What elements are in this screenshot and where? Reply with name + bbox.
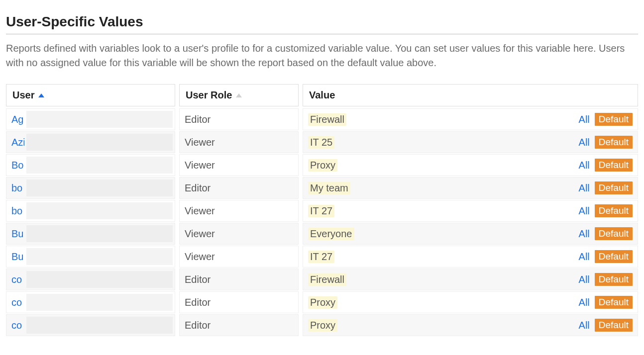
role-cell: Editor bbox=[179, 291, 299, 313]
user-cell: co bbox=[6, 314, 175, 336]
value-text: Firewall bbox=[308, 113, 346, 126]
value-text: Proxy bbox=[308, 296, 337, 309]
value-actions: AllDefault bbox=[579, 296, 633, 309]
sort-asc-icon bbox=[38, 93, 44, 97]
default-button[interactable]: Default bbox=[595, 250, 633, 263]
default-button[interactable]: Default bbox=[595, 227, 633, 240]
value-actions: AllDefault bbox=[579, 227, 633, 240]
role-text: Editor bbox=[185, 274, 211, 285]
value-actions: AllDefault bbox=[579, 204, 633, 217]
user-cell: bo bbox=[6, 200, 175, 222]
section-divider bbox=[6, 34, 638, 34]
user-cell: Ag bbox=[6, 108, 175, 130]
user-cell: co bbox=[6, 291, 175, 313]
value-cell: EveryoneAllDefault bbox=[303, 223, 638, 245]
user-link[interactable]: Azi bbox=[11, 137, 24, 148]
column-header-user[interactable]: User bbox=[6, 84, 175, 106]
value-cell: ProxyAllDefault bbox=[303, 314, 638, 336]
value-actions: AllDefault bbox=[579, 181, 633, 194]
user-link[interactable]: co bbox=[11, 274, 24, 285]
user-cell: Bu bbox=[6, 223, 175, 245]
user-link[interactable]: co bbox=[11, 297, 24, 308]
user-link[interactable]: Ag bbox=[11, 114, 24, 125]
column-header-value[interactable]: Value bbox=[303, 84, 638, 106]
user-link[interactable]: Bo bbox=[11, 160, 24, 171]
role-text: Viewer bbox=[185, 205, 215, 217]
table-row: coEditorProxyAllDefault bbox=[6, 291, 638, 313]
user-cell: co bbox=[6, 268, 175, 290]
value-actions: AllDefault bbox=[579, 113, 633, 126]
value-cell: IT 27AllDefault bbox=[303, 246, 638, 267]
all-link[interactable]: All bbox=[579, 274, 590, 285]
all-link[interactable]: All bbox=[579, 228, 590, 240]
all-link[interactable]: All bbox=[579, 137, 590, 148]
section-title: User-Specific Values bbox=[6, 14, 638, 30]
role-cell: Editor bbox=[179, 108, 299, 130]
value-actions: AllDefault bbox=[579, 319, 633, 332]
user-link[interactable]: co bbox=[11, 320, 24, 331]
role-text: Editor bbox=[185, 114, 211, 125]
all-link[interactable]: All bbox=[579, 251, 590, 263]
sort-inactive-icon bbox=[236, 93, 242, 97]
user-link[interactable]: bo bbox=[11, 182, 24, 194]
value-cell: IT 25AllDefault bbox=[303, 131, 638, 153]
default-button[interactable]: Default bbox=[595, 273, 633, 286]
value-text: Proxy bbox=[308, 319, 337, 332]
value-cell: ProxyAllDefault bbox=[303, 154, 638, 176]
default-button[interactable]: Default bbox=[595, 296, 633, 309]
value-text: Proxy bbox=[308, 159, 337, 172]
role-cell: Viewer bbox=[179, 223, 299, 245]
default-button[interactable]: Default bbox=[595, 319, 633, 332]
role-text: Viewer bbox=[185, 251, 215, 263]
column-header-user-role-label: User Role bbox=[186, 89, 232, 101]
value-text: IT 25 bbox=[308, 136, 334, 149]
value-text: My team bbox=[308, 182, 350, 194]
value-cell: FirewallAllDefault bbox=[303, 108, 638, 130]
all-link[interactable]: All bbox=[579, 320, 590, 331]
table-row: BuViewerEveryoneAllDefault bbox=[6, 223, 638, 245]
column-header-user-role[interactable]: User Role bbox=[179, 84, 299, 106]
value-text: IT 27 bbox=[308, 205, 334, 217]
all-link[interactable]: All bbox=[579, 205, 590, 217]
all-link[interactable]: All bbox=[579, 160, 590, 171]
role-cell: Editor bbox=[179, 314, 299, 336]
user-link[interactable]: Bu bbox=[11, 251, 24, 263]
table-row: coEditorProxyAllDefault bbox=[6, 314, 638, 336]
role-cell: Viewer bbox=[179, 246, 299, 267]
value-text: Firewall bbox=[308, 273, 346, 286]
default-button[interactable]: Default bbox=[595, 159, 633, 172]
value-text: Everyone bbox=[308, 228, 354, 240]
column-header-value-label: Value bbox=[309, 89, 335, 101]
table-row: boEditorMy teamAllDefault bbox=[6, 177, 638, 199]
default-button[interactable]: Default bbox=[595, 136, 633, 149]
default-button[interactable]: Default bbox=[595, 204, 633, 217]
value-actions: AllDefault bbox=[579, 273, 633, 286]
column-header-user-label: User bbox=[12, 89, 34, 101]
role-text: Viewer bbox=[185, 228, 215, 240]
table-row: boViewerIT 27AllDefault bbox=[6, 200, 638, 222]
value-cell: FirewallAllDefault bbox=[303, 268, 638, 290]
value-cell: ProxyAllDefault bbox=[303, 291, 638, 313]
user-link[interactable]: bo bbox=[11, 205, 24, 217]
table-row: BuViewerIT 27AllDefault bbox=[6, 246, 638, 267]
role-cell: Viewer bbox=[179, 131, 299, 153]
table-row: AgEditorFirewallAllDefault bbox=[6, 108, 638, 130]
user-cell: Bo bbox=[6, 154, 175, 176]
table-row: AziViewerIT 25AllDefault bbox=[6, 131, 638, 153]
all-link[interactable]: All bbox=[579, 297, 590, 308]
table-row: coEditorFirewallAllDefault bbox=[6, 268, 638, 290]
default-button[interactable]: Default bbox=[595, 181, 633, 194]
value-actions: AllDefault bbox=[579, 250, 633, 263]
user-cell: Bu bbox=[6, 246, 175, 267]
value-actions: AllDefault bbox=[579, 136, 633, 149]
role-text: Viewer bbox=[185, 137, 215, 148]
default-button[interactable]: Default bbox=[595, 113, 633, 126]
value-cell: My teamAllDefault bbox=[303, 177, 638, 199]
value-text: IT 27 bbox=[308, 251, 334, 263]
value-actions: AllDefault bbox=[579, 159, 633, 172]
all-link[interactable]: All bbox=[579, 114, 590, 125]
user-cell: Azi bbox=[6, 131, 175, 153]
user-link[interactable]: Bu bbox=[11, 228, 24, 240]
role-cell: Editor bbox=[179, 177, 299, 199]
all-link[interactable]: All bbox=[579, 182, 590, 194]
